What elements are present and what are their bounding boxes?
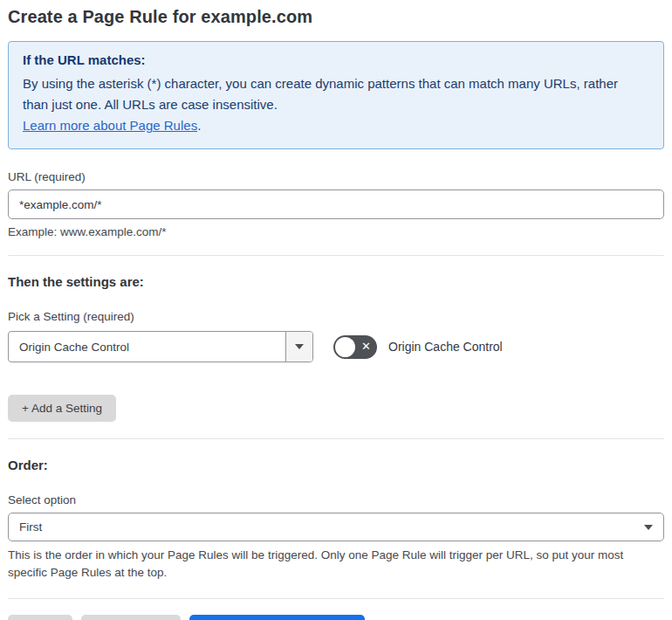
order-section-heading: Order: bbox=[8, 458, 664, 472]
footer-actions: Cancel Save as Draft Save and Deploy Pag… bbox=[8, 615, 664, 620]
toggle-knob bbox=[335, 337, 355, 357]
page-rule-form: Create a Page Rule for example.com If th… bbox=[0, 0, 672, 620]
setting-row: Origin Cache Control ✕ Origin Cache Cont… bbox=[8, 331, 664, 362]
settings-section-heading: Then the settings are: bbox=[8, 274, 664, 289]
setting-picker-dropdown[interactable]: Origin Cache Control bbox=[8, 331, 313, 362]
info-box-heading: If the URL matches: bbox=[23, 52, 649, 67]
pick-setting-label: Pick a Setting (required) bbox=[8, 310, 664, 323]
cancel-button[interactable]: Cancel bbox=[8, 615, 72, 620]
info-box-body: By using the asterisk (*) character, you… bbox=[23, 73, 639, 115]
divider-before-footer bbox=[8, 598, 664, 599]
url-example-text: Example: www.example.com/* bbox=[8, 225, 664, 238]
toggle-off-x-icon: ✕ bbox=[361, 341, 371, 352]
chevron-down-icon bbox=[295, 344, 304, 349]
setting-picker-value: Origin Cache Control bbox=[9, 332, 285, 362]
select-option-label: Select option bbox=[8, 493, 664, 506]
origin-cache-control-toggle[interactable]: ✕ bbox=[333, 335, 377, 359]
setting-picker-caret-button[interactable] bbox=[285, 332, 312, 362]
toggle-setting-label: Origin Cache Control bbox=[388, 340, 503, 354]
learn-more-link[interactable]: Learn more about Page Rules bbox=[23, 118, 197, 133]
divider-after-url bbox=[8, 255, 664, 256]
url-field-label: URL (required) bbox=[8, 170, 664, 183]
order-select[interactable]: First bbox=[8, 513, 664, 541]
save-and-deploy-button[interactable]: Save and Deploy Page Rule bbox=[189, 615, 366, 620]
order-select-value: First bbox=[9, 520, 644, 534]
info-box-link-line: Learn more about Page Rules. bbox=[23, 115, 649, 136]
link-period: . bbox=[197, 118, 201, 133]
add-setting-button[interactable]: + Add a Setting bbox=[8, 395, 116, 422]
url-input[interactable] bbox=[8, 189, 664, 219]
save-as-draft-button[interactable]: Save as Draft bbox=[81, 615, 181, 620]
url-match-info-box: If the URL matches: By using the asteris… bbox=[8, 41, 664, 149]
page-title: Create a Page Rule for example.com bbox=[8, 7, 664, 27]
order-help-text: This is the order in which your Page Rul… bbox=[8, 547, 661, 582]
divider-after-settings bbox=[8, 438, 664, 439]
chevron-down-icon bbox=[644, 525, 653, 530]
